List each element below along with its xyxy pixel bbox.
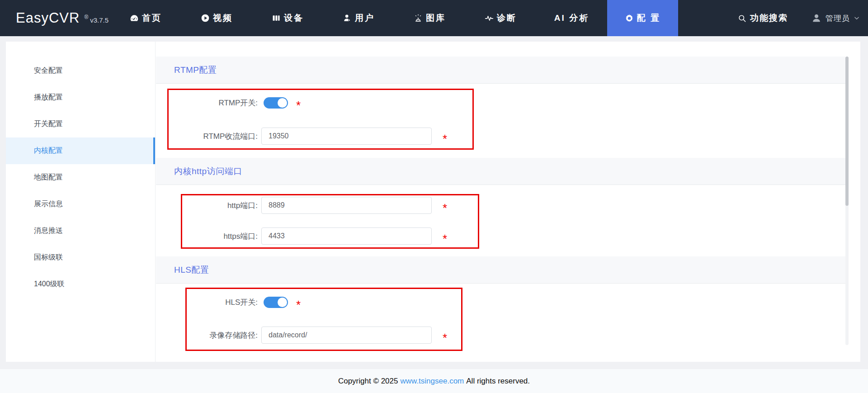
nav-label: 图库: [426, 12, 446, 24]
scrollbar-thumb[interactable]: [845, 57, 849, 206]
gallery-alarm-icon: [414, 14, 423, 23]
nav-item-video[interactable]: 视频: [181, 0, 252, 36]
form-row-http-port: http端口: *: [156, 197, 845, 214]
form-row-rtmp-switch: RTMP开关: *: [156, 95, 845, 111]
sidebar-item-label: 内核配置: [34, 146, 63, 156]
settings-sidebar: 安全配置 播放配置 开关配置 内核配置 地图配置 展示信息 消息推送 国标级联 …: [6, 42, 156, 362]
function-search-label: 功能搜索: [750, 12, 788, 24]
dashboard-icon: [130, 14, 139, 23]
navbar-right: 功能搜索 管理员: [738, 12, 868, 24]
user-icon: [343, 14, 352, 23]
sidebar-item-playback-config[interactable]: 播放配置: [6, 84, 155, 111]
page-footer: Copyright © 2025 www.tsingsee.com All ri…: [0, 369, 868, 393]
nav-item-user[interactable]: 用户: [323, 0, 394, 36]
form-row-rtmp-port: RTMP收流端口: *: [156, 128, 845, 145]
section-header-hls: HLS配置: [156, 256, 845, 284]
rtmp-switch-toggle[interactable]: [264, 97, 288, 109]
required-asterisk: *: [296, 303, 301, 307]
sidebar-item-label: 展示信息: [34, 199, 63, 209]
section-title: HLS配置: [174, 264, 209, 276]
switch-knob: [278, 98, 287, 108]
nav-item-config[interactable]: 配 置: [607, 0, 678, 36]
sidebar-item-label: 消息推送: [34, 226, 63, 236]
http-port-input[interactable]: [261, 197, 432, 214]
section-header-rtmp: RTMP配置: [156, 57, 845, 84]
required-asterisk: *: [443, 237, 447, 241]
section-title: 内核http访问端口: [174, 166, 242, 177]
section-title: RTMP配置: [174, 64, 217, 76]
person-icon: [811, 13, 821, 23]
rtmp-port-input[interactable]: [261, 128, 432, 145]
form-label: RTMP收流端口:: [156, 131, 261, 142]
record-path-input[interactable]: [261, 327, 432, 344]
diagnosis-pulse-icon: [485, 14, 494, 23]
required-asterisk: *: [443, 336, 447, 340]
main-card: 安全配置 播放配置 开关配置 内核配置 地图配置 展示信息 消息推送 国标级联 …: [6, 42, 860, 362]
device-icon: [272, 14, 281, 23]
sidebar-item-map-config[interactable]: 地图配置: [6, 164, 155, 191]
main-nav: 首页 视频 设备 用户 图库: [110, 0, 678, 36]
app-version: v3.7.5: [90, 16, 108, 24]
form-row-record-path: 录像存储路径: *: [156, 327, 845, 344]
sidebar-item-display-info[interactable]: 展示信息: [6, 191, 155, 218]
tsingsee-link[interactable]: www.tsingsee.com: [400, 377, 464, 386]
sidebar-item-message-push[interactable]: 消息推送: [6, 218, 155, 244]
nav-label: 首页: [142, 12, 162, 24]
nav-item-home[interactable]: 首页: [110, 0, 181, 36]
sidebar-item-switch-config[interactable]: 开关配置: [6, 111, 155, 137]
required-asterisk: *: [296, 103, 301, 108]
form-row-https-port: https端口: *: [156, 227, 845, 245]
account-name: 管理员: [826, 13, 850, 24]
section-header-kernel-http: 内核http访问端口: [156, 158, 845, 185]
sidebar-item-label: 播放配置: [34, 93, 63, 102]
nav-label: 用户: [355, 12, 375, 24]
sidebar-item-label: 国标级联: [34, 253, 63, 262]
form-label: HLS开关:: [156, 297, 261, 308]
gear-icon: [625, 14, 634, 23]
sidebar-item-security-config[interactable]: 安全配置: [6, 57, 155, 84]
nav-item-ai-analysis[interactable]: AI 分析: [536, 0, 607, 36]
config-content: RTMP配置 RTMP开关: * RTMP收流端口: * 内核http访问端口 …: [156, 42, 845, 362]
required-asterisk: *: [443, 137, 447, 141]
nav-item-diagnosis[interactable]: 诊断: [465, 0, 536, 36]
account-menu[interactable]: 管理员: [811, 13, 860, 24]
search-icon: [738, 14, 746, 23]
sidebar-item-label: 地图配置: [34, 173, 63, 182]
copyright-prefix: Copyright © 2025: [338, 377, 398, 386]
form-label: RTMP开关:: [156, 98, 261, 108]
switch-knob: [278, 298, 287, 307]
form-label: http端口:: [156, 200, 261, 211]
top-navbar: EasyCVR ® v3.7.5 首页 视频 设备 用户: [0, 0, 868, 36]
scrollbar-track[interactable]: [845, 57, 849, 345]
sidebar-item-label: 开关配置: [34, 119, 63, 129]
required-asterisk: *: [443, 206, 447, 210]
form-label: 录像存储路径:: [156, 330, 261, 341]
registered-mark: ®: [84, 14, 88, 20]
sidebar-item-1400-cascade[interactable]: 1400级联: [6, 271, 155, 298]
video-play-icon: [201, 14, 210, 23]
nav-item-device[interactable]: 设备: [252, 0, 323, 36]
sidebar-item-gb-cascade[interactable]: 国标级联: [6, 244, 155, 271]
nav-label: 视频: [213, 12, 233, 24]
sidebar-item-label: 安全配置: [34, 66, 63, 76]
form-label: https端口:: [156, 231, 261, 241]
app-logo: EasyCVR: [16, 10, 80, 26]
chevron-down-icon: [854, 15, 860, 21]
hls-switch-toggle[interactable]: [264, 297, 288, 308]
form-row-hls-switch: HLS开关: *: [156, 294, 845, 310]
https-port-input[interactable]: [261, 227, 432, 245]
sidebar-item-label: 1400级联: [34, 279, 65, 289]
brand: EasyCVR ® v3.7.5: [0, 10, 110, 26]
nav-label: 诊断: [497, 12, 517, 24]
nav-item-gallery[interactable]: 图库: [394, 0, 465, 36]
nav-label: 配 置: [637, 12, 660, 24]
nav-label: 设备: [284, 12, 304, 24]
sidebar-item-kernel-config[interactable]: 内核配置: [6, 137, 155, 164]
nav-label: AI 分析: [554, 12, 589, 24]
function-search[interactable]: 功能搜索: [738, 12, 788, 24]
copyright-suffix: All rights reserved.: [466, 377, 530, 386]
